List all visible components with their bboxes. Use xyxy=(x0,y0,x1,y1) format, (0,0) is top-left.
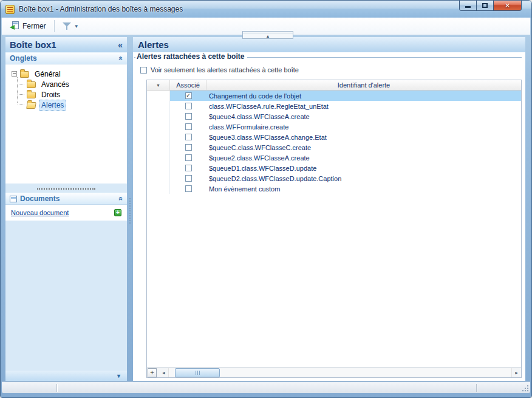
close-icon: ✕ xyxy=(505,2,510,10)
app-window: Boîte box1 - Administration des boîtes à… xyxy=(0,0,532,398)
tree-item[interactable]: Avancés xyxy=(27,79,126,89)
alert-id-cell[interactable]: $queue3.class.WFClasseA.change.Etat xyxy=(206,132,521,142)
fermer-button[interactable]: Fermer xyxy=(5,19,51,33)
grid-footer: + ◄ ► xyxy=(147,367,521,377)
vertical-splitter[interactable] xyxy=(127,37,133,381)
column-header-associe[interactable]: Associé xyxy=(170,80,206,90)
associated-cell[interactable] xyxy=(170,101,206,111)
row-header-cell[interactable] xyxy=(147,122,170,132)
onglets-collapse-icon[interactable]: » xyxy=(117,57,125,61)
associated-cell[interactable] xyxy=(170,184,206,194)
tree-item-general[interactable]: Général xyxy=(12,69,126,79)
column-header-identifiant[interactable]: Identifiant d'alerte xyxy=(206,80,521,90)
documents-section-header[interactable]: Documents » xyxy=(5,193,127,205)
alert-id-cell[interactable]: $queueD2.class.WFClasseD.update.Caption xyxy=(206,173,521,184)
grid-row[interactable]: Mon évènement custom xyxy=(147,184,521,194)
scroll-up-button[interactable]: ▲ xyxy=(243,33,293,38)
filter-dropdown-icon[interactable]: ▼ xyxy=(74,24,79,29)
row-header-cell[interactable] xyxy=(147,91,170,101)
row-indicator-header[interactable]: ▼ xyxy=(147,80,170,90)
grid-row[interactable]: $queue3.class.WFClasseA.change.Etat xyxy=(147,132,521,142)
filter-checkbox[interactable] xyxy=(140,67,147,74)
alert-id-cell[interactable]: $queue2.class.WFClasseA.create xyxy=(206,153,521,163)
horizontal-scrollbar-track[interactable] xyxy=(168,368,512,377)
associated-checkbox[interactable]: ✓ xyxy=(185,92,192,99)
grid-row[interactable]: $queue2.class.WFClasseA.create xyxy=(147,153,521,163)
alert-id-cell[interactable]: $queueD1.class.WFClasseD.update xyxy=(206,163,521,173)
documents-section-label: Documents xyxy=(20,194,115,203)
associated-checkbox[interactable] xyxy=(185,154,192,161)
filter-checkbox-label[interactable]: Voir seulement les alertes rattachées à … xyxy=(151,66,299,74)
alert-id-cell[interactable]: $queue4.class.WFClasseA.create xyxy=(206,111,521,122)
associated-checkbox[interactable] xyxy=(185,123,192,130)
tabs-tree: Général AvancésDroitsAlertes xyxy=(5,64,127,184)
alert-id-cell[interactable]: Changement du code de l'objet xyxy=(206,91,521,101)
mini-scrollbar[interactable]: ▲ xyxy=(242,31,293,39)
row-header-cell[interactable] xyxy=(147,132,170,142)
alert-id-cell[interactable]: class.WFFormulaire.create xyxy=(206,122,521,132)
horizontal-scrollbar-thumb[interactable] xyxy=(175,368,220,377)
app-icon[interactable] xyxy=(5,5,15,14)
associated-cell[interactable] xyxy=(170,173,206,184)
associated-checkbox[interactable] xyxy=(185,185,192,192)
filter-button[interactable]: ▼ xyxy=(58,19,84,33)
splitter-handle[interactable] xyxy=(129,198,131,224)
grid-row[interactable]: $queueC.class.WFClasseC.create xyxy=(147,142,521,153)
row-header-cell[interactable] xyxy=(147,101,170,111)
alert-id-cell[interactable]: $queueC.class.WFClasseC.create xyxy=(206,142,521,153)
row-header-cell[interactable] xyxy=(147,163,170,173)
grid-row[interactable]: class.WFClasseA.rule.RegleEtat_unEtat xyxy=(147,101,521,111)
grid-row[interactable]: $queueD1.class.WFClasseD.update xyxy=(147,163,521,173)
resize-grip[interactable] xyxy=(521,384,530,393)
grid-row[interactable]: ✓Changement du code de l'objet xyxy=(147,91,521,101)
scroll-left-button[interactable]: ◄ xyxy=(159,371,168,375)
row-header-cell[interactable] xyxy=(147,111,170,122)
alert-id-cell[interactable]: class.WFClasseA.rule.RegleEtat_unEtat xyxy=(206,101,521,111)
fermer-label: Fermer xyxy=(22,22,46,30)
minimize-button[interactable] xyxy=(459,1,477,11)
associated-cell[interactable] xyxy=(170,163,206,173)
maximize-button[interactable] xyxy=(477,1,494,11)
scroll-right-button[interactable]: ► xyxy=(512,371,521,375)
title-bar[interactable]: Boîte box1 - Administration des boîtes à… xyxy=(1,1,531,18)
alert-id-cell[interactable]: Mon évènement custom xyxy=(206,184,521,194)
new-document-link[interactable]: Nouveau document xyxy=(11,209,114,216)
associated-cell[interactable] xyxy=(170,142,206,153)
grid-row[interactable]: $queueD2.class.WFClasseD.update.Caption xyxy=(147,173,521,184)
associated-checkbox[interactable] xyxy=(185,134,192,140)
row-selection-area: $queue3.class.WFClasseA.change.Etat xyxy=(170,132,521,142)
grid-row[interactable]: class.WFFormulaire.create xyxy=(147,122,521,132)
associated-cell[interactable] xyxy=(170,122,206,132)
expander-icon[interactable] xyxy=(12,71,17,77)
folder-icon xyxy=(27,92,36,98)
grid-row[interactable]: $queue4.class.WFClasseA.create xyxy=(147,111,521,122)
associated-cell[interactable] xyxy=(170,132,206,142)
status-divider xyxy=(56,384,57,392)
row-header-cell[interactable] xyxy=(147,184,170,194)
tree-item[interactable]: Droits xyxy=(27,89,126,100)
sidebar-title: Boîte box1 xyxy=(10,39,118,50)
add-row-button[interactable]: + xyxy=(148,368,157,377)
onglets-section-header[interactable]: Onglets » xyxy=(5,52,127,64)
close-button[interactable]: ✕ xyxy=(494,1,522,11)
row-header-cell[interactable] xyxy=(147,142,170,153)
add-document-button[interactable]: + xyxy=(114,209,121,216)
sidebar-collapse-button[interactable]: « xyxy=(118,40,123,50)
main-header: Alertes xyxy=(133,37,525,52)
associated-checkbox[interactable] xyxy=(185,175,192,182)
documents-collapse-icon[interactable]: » xyxy=(117,197,125,201)
row-header-cell[interactable] xyxy=(147,173,170,184)
sidebar-down-button[interactable]: ▼ xyxy=(116,373,121,379)
associated-cell[interactable] xyxy=(170,153,206,163)
associated-cell[interactable]: ✓ xyxy=(170,91,206,101)
tree-item[interactable]: Alertes xyxy=(27,100,126,110)
associated-checkbox[interactable] xyxy=(185,103,192,109)
content-area: Boîte box1 « Onglets » Général AvancésDr… xyxy=(5,37,525,381)
associated-checkbox[interactable] xyxy=(185,144,192,151)
grid-body: ✓Changement du code de l'objetclass.WFCl… xyxy=(147,91,521,367)
associated-checkbox[interactable] xyxy=(185,113,192,120)
associated-checkbox[interactable] xyxy=(185,165,192,171)
row-header-cell[interactable] xyxy=(147,153,170,163)
associated-cell[interactable] xyxy=(170,111,206,122)
tree-item-label: Alertes xyxy=(39,100,66,111)
